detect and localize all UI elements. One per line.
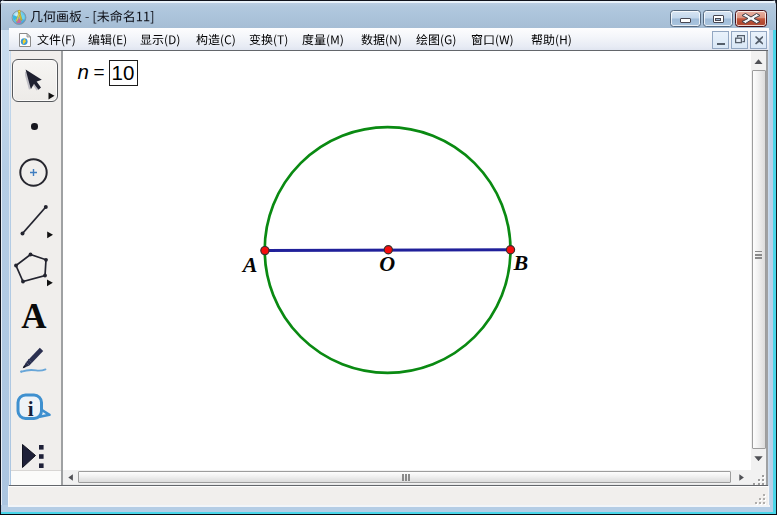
svg-text:i: i	[28, 397, 34, 421]
